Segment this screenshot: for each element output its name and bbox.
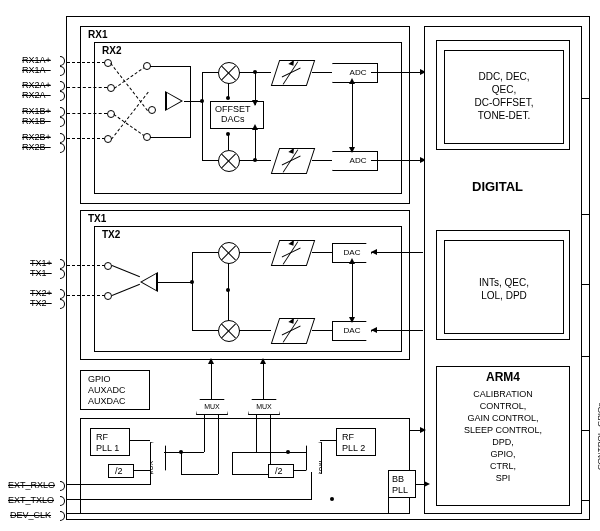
wire xyxy=(181,452,182,474)
mixer-icon xyxy=(218,150,240,172)
wire xyxy=(192,330,218,331)
node-dot xyxy=(226,288,230,292)
wire xyxy=(582,98,590,99)
pin-tx2-plus: TX2+ xyxy=(30,288,52,298)
pin-rx1a-minus: RX1A– xyxy=(22,65,51,75)
wire xyxy=(67,484,150,485)
arrow-icon xyxy=(260,358,266,364)
pin-rx2b-plus: RX2B+ xyxy=(22,132,51,142)
pin-shape xyxy=(60,481,65,491)
switch-node xyxy=(104,262,112,270)
mux-vert-block: MUX xyxy=(306,442,322,474)
mixer-icon xyxy=(218,320,240,342)
pin-rx2b-minus: RX2B– xyxy=(22,142,51,152)
wire xyxy=(294,470,306,471)
pin-rx1b-minus: RX1B– xyxy=(22,116,51,126)
pin-tx1-minus: TX1– xyxy=(30,268,52,278)
mux-block: MUX xyxy=(248,399,280,415)
mixer-icon xyxy=(218,62,240,84)
wire xyxy=(311,472,312,500)
rf-pll1-label: RF PLL 1 xyxy=(96,432,119,454)
rx-dsp-label: DDC, DEC, QEC, DC-OFFSET, TONE-DET. xyxy=(454,70,554,122)
dashed-line xyxy=(67,265,105,266)
wire xyxy=(232,474,268,475)
wire xyxy=(312,252,332,253)
wire xyxy=(239,252,271,253)
switch-node xyxy=(104,292,112,300)
adc-label: ADC xyxy=(350,156,367,165)
node-dot xyxy=(226,132,230,136)
arrow-icon xyxy=(371,327,377,333)
mux-vert-block: MUX xyxy=(150,442,166,474)
wire xyxy=(150,66,190,67)
pin-ext-rxlo: EXT_RXLO xyxy=(8,480,55,490)
wire xyxy=(192,252,193,330)
gpio-aux-label: GPIO AUXADC AUXDAC xyxy=(88,374,126,407)
wire xyxy=(232,452,233,474)
arrow-icon xyxy=(371,249,377,255)
pin-ext-txlo: EXT_TXLO xyxy=(8,495,54,505)
rx1-label: RX1 xyxy=(88,30,107,40)
dashed-line xyxy=(67,62,105,63)
rx2-label: RX2 xyxy=(102,46,121,56)
mux-label: MUX xyxy=(256,403,272,410)
wire xyxy=(181,474,218,475)
pin-shape xyxy=(60,496,65,506)
tx-dsp-label: INTs, QEC, LOL, DPD xyxy=(456,276,552,302)
node-dot xyxy=(286,450,290,454)
pin-shape xyxy=(60,259,65,269)
wire xyxy=(255,128,256,161)
wire xyxy=(371,330,423,331)
pin-shape xyxy=(60,511,65,521)
wire xyxy=(218,414,219,474)
pin-shape xyxy=(60,143,65,153)
tx1-label: TX1 xyxy=(88,214,106,224)
dac-label: DAC xyxy=(344,326,361,335)
pin-shape xyxy=(60,299,65,309)
mux-block: MUX xyxy=(196,399,228,415)
pin-rx1b-plus: RX1B+ xyxy=(22,106,51,116)
pin-shape xyxy=(60,269,65,279)
wire xyxy=(320,440,336,441)
lna-icon xyxy=(165,91,183,111)
offset-dacs-label: OFFSET DACs xyxy=(215,104,251,124)
pa-icon xyxy=(140,272,158,292)
mixer-icon xyxy=(218,242,240,264)
node-dot xyxy=(200,99,204,103)
wire xyxy=(582,356,590,357)
arrow-icon xyxy=(349,147,355,153)
wire xyxy=(158,282,192,283)
pin-shape xyxy=(60,56,65,66)
wire xyxy=(204,414,205,452)
pin-rx1a-plus: RX1A+ xyxy=(22,55,51,65)
wire xyxy=(312,330,332,331)
control-gpios-label: CONTROL GPIOs xyxy=(596,403,600,470)
tx2-label: TX2 xyxy=(102,230,120,240)
dac-block: DAC xyxy=(332,321,372,341)
wire xyxy=(202,72,203,160)
wire xyxy=(164,452,204,453)
wire xyxy=(263,362,264,399)
mux-label: MUX xyxy=(204,403,220,410)
pin-shape xyxy=(60,133,65,143)
wire xyxy=(352,82,353,151)
wire xyxy=(352,262,353,321)
arrow-icon xyxy=(208,358,214,364)
wire xyxy=(232,452,256,453)
switch-node xyxy=(148,106,156,114)
arm-title: ARM4 xyxy=(486,372,520,382)
pin-shape xyxy=(60,289,65,299)
digital-label: DIGITAL xyxy=(472,182,523,192)
wire xyxy=(211,362,212,399)
wire xyxy=(388,498,389,514)
pin-shape xyxy=(60,81,65,91)
wire xyxy=(371,160,423,161)
arm-body: CALIBRATION CONTROL, GAIN CONTROL, SLEEP… xyxy=(448,388,558,484)
arrow-icon xyxy=(349,78,355,84)
wire xyxy=(134,470,150,471)
wire xyxy=(582,500,590,501)
wire xyxy=(228,135,229,150)
dashed-line xyxy=(67,87,107,88)
wire xyxy=(67,499,311,500)
pin-tx1-plus: TX1+ xyxy=(30,258,52,268)
